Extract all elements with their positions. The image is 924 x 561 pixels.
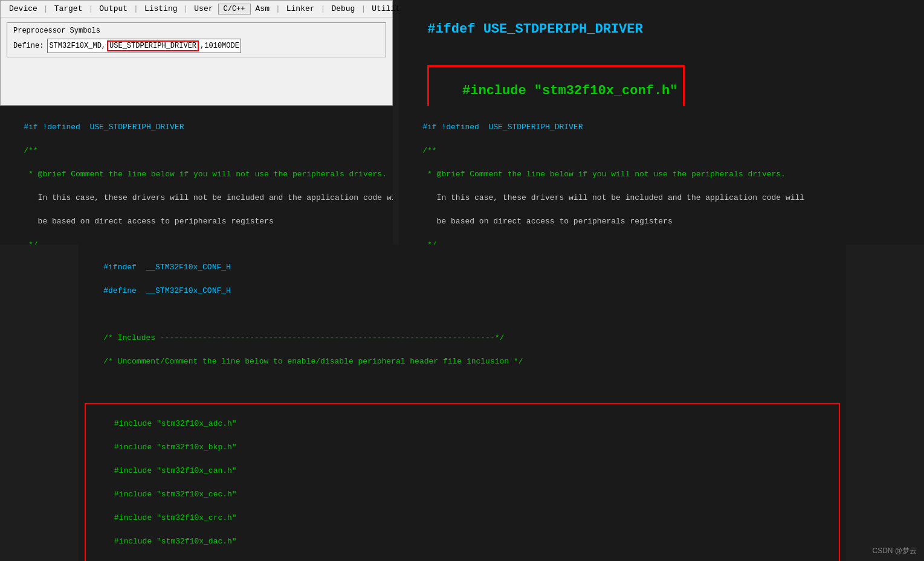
top-right-panel: #ifdef USE_STDPERIPH_DRIVER #include "st…: [399, 0, 924, 106]
define-label: Define:: [13, 42, 44, 50]
inc-can: #include "stm32f10x_can.h": [114, 466, 237, 475]
menu-target[interactable]: Target: [51, 3, 86, 14]
menu-device[interactable]: Device: [5, 3, 41, 14]
ml-line2: /**: [24, 146, 37, 155]
bottom-code: #ifndef __STM32F10x_CONF_H #define __STM…: [85, 249, 840, 561]
menu-cpp[interactable]: C/C++: [218, 4, 251, 14]
define-part2: ,1010MODE: [199, 42, 241, 50]
ml-line5: be based on direct access to peripherals…: [24, 217, 273, 226]
inc-bkp: #include "stm32f10x_bkp.h": [114, 443, 237, 452]
menu-listing[interactable]: Listing: [141, 3, 181, 14]
ml-line3: * @brief Comment the line below if you w…: [24, 170, 387, 179]
preprocessor-box: Preprocessor Symbols Define: STM32F10X_M…: [7, 22, 386, 57]
menu-user[interactable]: User: [190, 3, 216, 14]
define-part1: STM32F10X_MD,: [48, 42, 107, 50]
bt-comment2: /* Uncomment/Comment the line below to e…: [103, 357, 523, 366]
define-row: Define: STM32F10X_MD,USE_STDPERIPH_DRIVE…: [13, 39, 380, 53]
preprocessor-title: Preprocessor Symbols: [13, 27, 380, 35]
mr-line1: #if !defined USE_STDPERIPH_DRIVER: [422, 123, 583, 132]
menu-bar: Device | Target | Output | Listing | Use…: [1, 1, 392, 18]
menu-debug[interactable]: Debug: [328, 3, 358, 14]
ifdef-line: #ifdef USE_STDPERIPH_DRIVER: [427, 22, 642, 37]
ml-line4: In this case, these drivers will not be …: [24, 193, 393, 202]
ml-line1: #if !defined USE_STDPERIPH_DRIVER: [24, 123, 184, 132]
include-line: #include "stm32f10x_conf.h": [462, 83, 677, 98]
inc-cec: #include "stm32f10x_cec.h": [114, 490, 237, 499]
watermark: CSDN @梦云: [872, 546, 917, 556]
mid-right-code: #if !defined USE_STDPERIPH_DRIVER /** * …: [404, 109, 919, 245]
inc-dac: #include "stm32f10x_dac.h": [114, 537, 237, 546]
mr-line6: */: [422, 240, 436, 245]
bt-comment1: /* Includes ----------------------------…: [103, 333, 504, 342]
bt-line1: #define __STM32F10x_CONF_H: [103, 286, 231, 295]
mid-left-panel: #if !defined USE_STDPERIPH_DRIVER /** * …: [0, 106, 393, 245]
menu-linker[interactable]: Linker: [283, 3, 318, 14]
inc-adc: #include "stm32f10x_adc.h": [114, 419, 237, 428]
bt-line0: #ifndef __STM32F10x_CONF_H: [103, 263, 231, 272]
menu-asm[interactable]: Asm: [252, 3, 273, 14]
include-block: #include "stm32f10x_adc.h" #include "stm…: [85, 403, 840, 562]
define-highlighted: USE_STDPERIPH_DRIVER: [107, 40, 199, 51]
menu-output[interactable]: Output: [95, 3, 131, 14]
bottom-panel: #ifndef __STM32F10x_CONF_H #define __STM…: [79, 245, 846, 561]
mr-line4: In this case, these drivers will not be …: [422, 193, 804, 202]
mr-line2: /**: [422, 146, 436, 155]
mid-left-code: #if !defined USE_STDPERIPH_DRIVER /** * …: [5, 109, 388, 245]
mr-line5: be based on direct access to peripherals…: [422, 217, 672, 226]
inc-crc: #include "stm32f10x_crc.h": [114, 513, 237, 522]
mr-line3: * @brief Comment the line below if you w…: [422, 170, 786, 179]
ml-line6: */: [24, 240, 37, 245]
mid-right-panel: #if !defined USE_STDPERIPH_DRIVER /** * …: [399, 106, 924, 245]
dialog-panel: Device | Target | Output | Listing | Use…: [0, 0, 393, 106]
